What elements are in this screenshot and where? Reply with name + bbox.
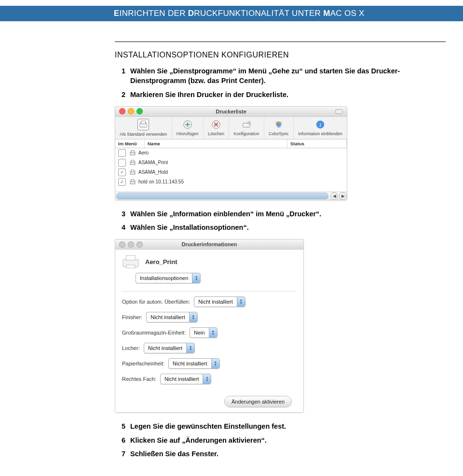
screenshot-printer-list: Druckerliste Als Standard verwenden Hinz… [115,106,347,200]
scroll-left-icon[interactable]: ◀ [330,192,338,200]
printer-icon [130,150,136,156]
make-default-button[interactable]: Als Standard verwenden [115,117,172,139]
section-select[interactable]: Installationsoptionen▲▼ [136,273,201,283]
puncher-select[interactable]: Nicht installiert▲▼ [144,343,195,353]
table-row[interactable]: ASAMA_Print [115,158,347,168]
svg-rect-12 [131,151,134,153]
chevron-updown-icon: ▲▼ [203,374,211,384]
table-row[interactable]: ✓ASAMA_Hold [115,168,347,177]
large-tray-select[interactable]: Nein▲▼ [190,327,218,338]
svg-rect-18 [131,180,134,182]
option-row: Papierfacheinheit:Nicht installiert▲▼ [122,358,297,369]
info-button[interactable]: i Information einblenden [293,117,347,139]
page-number: 12 [441,6,450,21]
step-2: 2Markieren Sie Ihren Drucker in der Druc… [115,90,446,99]
header-accent-block [0,6,109,21]
checkbox-icon[interactable]: ✓ [118,168,126,176]
checkbox-icon[interactable]: ✓ [118,178,126,186]
chevron-updown-icon: ▲▼ [186,343,194,353]
printer-icon [130,169,136,175]
right-tray-select[interactable]: Nicht installiert▲▼ [160,374,212,384]
finisher-select[interactable]: Nicht installiert▲▼ [146,312,198,322]
delete-button[interactable]: Löschen [203,117,229,139]
scroll-right-icon[interactable]: ▶ [339,192,347,200]
column-headers: Im Menü Name Status [115,140,347,148]
apply-changes-button[interactable]: Änderungen aktivieren [224,396,292,407]
printer-large-icon [122,254,139,269]
paper-tray-select[interactable]: Nicht installiert▲▼ [168,358,220,369]
add-button[interactable]: Hinzufügen [172,117,203,139]
step-4: 4Wählen Sie „Installationsoptionen“. [115,223,446,232]
svg-point-8 [276,124,281,128]
option-row: Großraummagazin-Einheit:Nein▲▼ [122,327,297,338]
option-row: Rechtes Fach:Nicht installiert▲▼ [122,374,297,384]
svg-point-5 [248,122,251,125]
option-row: Finisher:Nicht installiert▲▼ [122,312,297,322]
chapter-title: EINRICHTEN DER DRUCKFUNKTIONALITÄT UNTER… [109,6,463,21]
chevron-updown-icon: ▲▼ [192,273,200,283]
screenshot-printer-info: Druckerinformationen Aero_Print Installa… [115,239,304,413]
checkbox-icon[interactable] [118,149,126,157]
svg-rect-14 [131,160,134,162]
option-row: Option für autom. Überfüllen:Nicht insta… [122,296,297,307]
colorsync-button[interactable]: ColorSync [264,117,293,139]
checkbox-icon[interactable] [118,159,126,167]
chevron-updown-icon: ▲▼ [209,328,217,337]
chevron-updown-icon: ▲▼ [237,297,245,307]
chevron-updown-icon: ▲▼ [189,312,197,322]
step-1: 1Wählen Sie „Dienstprogramme“ im Menü „G… [115,66,446,86]
printer-name-label: Aero_Print [145,258,177,266]
option-row: Locher:Nicht installiert▲▼ [122,343,297,353]
horizontal-scrollbar[interactable]: ◀▶ [115,192,347,200]
printer-rows: Aero ASAMA_Print ✓ASAMA_Hold ✓hold on 10… [115,148,347,192]
toolbar-toggle-icon[interactable] [335,109,343,114]
toolbar: Als Standard verwenden Hinzufügen Lösche… [115,117,347,140]
step-5: 5Legen Sie die gewünschten Einstellungen… [115,421,446,431]
table-row[interactable]: Aero [115,148,347,158]
step-3: 3Wählen Sie „Information einblenden“ im … [115,209,446,219]
overfill-select[interactable]: Nicht installiert▲▼ [194,296,245,307]
table-row[interactable]: ✓hold on 10.11.143.55 [115,177,347,187]
step-7: 7Schließen Sie das Fenster. [115,449,446,459]
printer-icon [130,160,136,166]
configure-button[interactable]: Konfiguration [229,117,264,139]
svg-rect-16 [131,170,134,172]
window-title: Druckerliste [115,109,347,114]
window-title: Druckerinformationen [115,241,303,247]
section-heading: INSTALLATIONSOPTIONEN KONFIGURIEREN [115,51,446,59]
printer-icon [130,179,136,185]
svg-rect-1 [141,121,146,124]
svg-rect-21 [126,265,135,268]
chevron-updown-icon: ▲▼ [211,359,219,368]
svg-rect-20 [126,255,135,260]
step-6: 6Klicken Sie auf „Änderungen aktivieren“… [115,435,446,445]
svg-text:i: i [319,122,321,128]
horizontal-rule [115,42,446,42]
